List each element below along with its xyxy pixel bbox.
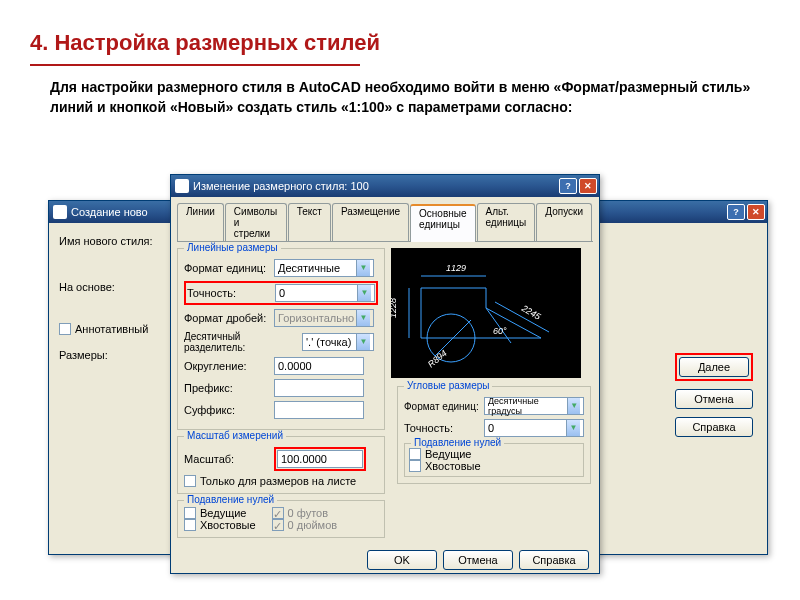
svg-text:1228: 1228 <box>391 298 398 318</box>
ang-suppress-group: Подавление нулей Ведущие Хвостовые <box>404 443 584 477</box>
help-button[interactable]: Справка <box>519 550 589 570</box>
suffix-input[interactable] <box>274 401 364 419</box>
window-title: Изменение размерного стиля: 100 <box>193 180 557 192</box>
ang-precision-select[interactable]: 0▼ <box>484 419 584 437</box>
ok-button[interactable]: OK <box>367 550 437 570</box>
scale-input[interactable] <box>277 450 363 468</box>
help-icon[interactable]: ? <box>559 178 577 194</box>
help-button[interactable]: Справка <box>675 417 753 437</box>
ang-suppress-legend: Подавление нулей <box>411 437 504 448</box>
ang-format-select[interactable]: Десятичные градусы▼ <box>484 397 584 415</box>
tab-bar: Линии Символы и стрелки Текст Размещение… <box>177 203 593 242</box>
chevron-down-icon: ▼ <box>357 285 371 301</box>
suppress-legend: Подавление нулей <box>184 494 277 505</box>
close-icon[interactable]: ✕ <box>747 204 765 220</box>
app-icon: ▦ <box>53 205 67 219</box>
next-button[interactable]: Далее <box>679 357 749 377</box>
label-rounding: Округление: <box>184 360 274 372</box>
dialog-footer: OK Отмена Справка <box>171 544 599 576</box>
ang-leading-checkbox[interactable]: Ведущие <box>409 448 579 460</box>
inches-checkbox: ✓0 дюймов <box>272 519 338 531</box>
leading-checkbox[interactable]: Ведущие <box>184 507 256 519</box>
label-ang-format: Формат единиц: <box>404 401 484 412</box>
fraction-format-select: Горизонтально▼ <box>274 309 374 327</box>
close-icon[interactable]: ✕ <box>579 178 597 194</box>
label-decimal-sep: Десятичный разделитель: <box>184 331 302 353</box>
trailing-checkbox[interactable]: Хвостовые <box>184 519 256 531</box>
chevron-down-icon: ▼ <box>356 334 370 350</box>
label-based-on: На основе: <box>59 281 179 293</box>
scale-group: Масштаб измерений Масштаб: Только для ра… <box>177 436 385 494</box>
tab-tolerances[interactable]: Допуски <box>536 203 592 241</box>
chevron-down-icon: ▼ <box>566 420 580 436</box>
unit-format-select[interactable]: Десятичные▼ <box>274 259 374 277</box>
modify-dim-style-dialog: ▦ Изменение размерного стиля: 100 ? ✕ Ли… <box>170 174 600 574</box>
preview-pane: 1129 1228 2245 60° R894 <box>391 248 581 378</box>
label-ang-precision: Точность: <box>404 422 484 434</box>
checkbox-icon <box>59 323 71 335</box>
label-sizes: Размеры: <box>59 349 179 361</box>
linear-legend: Линейные размеры <box>184 242 281 253</box>
page-description: Для настройки размерного стиля в AutoCAD… <box>0 66 800 117</box>
chevron-down-icon: ▼ <box>356 310 370 326</box>
label-precision: Точность: <box>187 287 275 299</box>
ang-trailing-checkbox[interactable]: Хвостовые <box>409 460 579 472</box>
svg-text:2245: 2245 <box>519 303 543 323</box>
label-suffix: Суффикс: <box>184 404 274 416</box>
angular-legend: Угловые размеры <box>404 380 492 391</box>
decimal-sep-select[interactable]: '.' (точка)▼ <box>302 333 374 351</box>
tab-text[interactable]: Текст <box>288 203 331 241</box>
precision-select[interactable]: 0▼ <box>275 284 375 302</box>
tab-primary-units[interactable]: Основные единицы <box>410 204 475 242</box>
label-prefix: Префикс: <box>184 382 274 394</box>
label-new-style-name: Имя нового стиля: <box>59 235 179 247</box>
tab-symbols[interactable]: Символы и стрелки <box>225 203 287 241</box>
layout-only-checkbox[interactable]: Только для размеров на листе <box>184 475 378 487</box>
tab-alt-units[interactable]: Альт. единицы <box>477 203 536 241</box>
page-title: 4. Настройка размерных стилей <box>0 0 800 64</box>
angular-group: Угловые размеры Формат единиц: Десятичны… <box>397 386 591 484</box>
svg-text:R894: R894 <box>426 348 449 369</box>
svg-text:60°: 60° <box>493 326 507 336</box>
cancel-button[interactable]: Отмена <box>443 550 513 570</box>
label-unit-format: Формат единиц: <box>184 262 274 274</box>
cancel-button[interactable]: Отмена <box>675 389 753 409</box>
prefix-input[interactable] <box>274 379 364 397</box>
annotative-label: Аннотативный <box>75 323 148 335</box>
suppress-zeros-group: Подавление нулей Ведущие Хвостовые ✓0 фу… <box>177 500 385 538</box>
help-icon[interactable]: ? <box>727 204 745 220</box>
svg-text:1129: 1129 <box>446 263 466 273</box>
rounding-input[interactable] <box>274 357 364 375</box>
chevron-down-icon: ▼ <box>567 398 580 414</box>
scale-legend: Масштаб измерений <box>184 430 286 441</box>
label-scale: Масштаб: <box>184 453 274 465</box>
titlebar[interactable]: ▦ Изменение размерного стиля: 100 ? ✕ <box>171 175 599 197</box>
feet-checkbox: ✓0 футов <box>272 507 338 519</box>
app-icon: ▦ <box>175 179 189 193</box>
tab-placement[interactable]: Размещение <box>332 203 409 241</box>
linear-dims-group: Линейные размеры Формат единиц: Десятичн… <box>177 248 385 430</box>
tab-lines[interactable]: Линии <box>177 203 224 241</box>
chevron-down-icon: ▼ <box>356 260 370 276</box>
label-fraction-format: Формат дробей: <box>184 312 274 324</box>
